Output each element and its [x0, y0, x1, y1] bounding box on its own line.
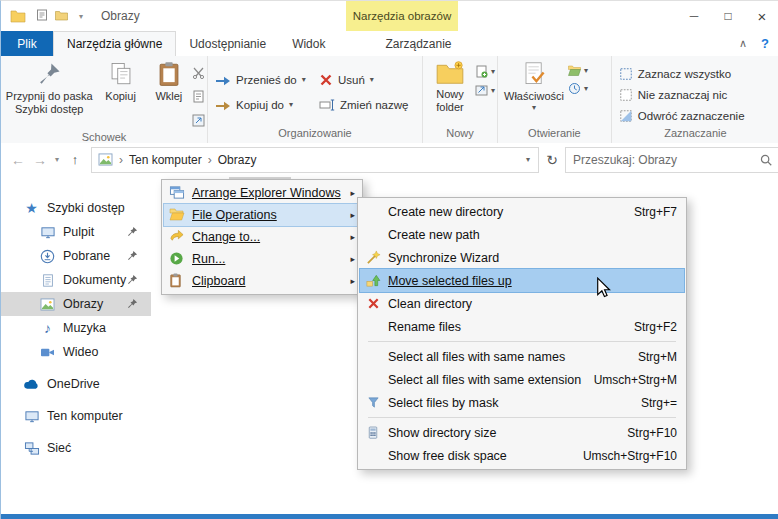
sidebar-item-label: Muzyka	[63, 321, 106, 335]
clipboard-mini-buttons	[192, 59, 205, 131]
submenu-item-create-new-path[interactable]: Create new path	[360, 223, 684, 246]
qat-properties-icon[interactable]	[36, 7, 48, 25]
crumb-obrazy[interactable]: Obrazy	[218, 153, 257, 167]
new-mini-buttons: ▾ ▾	[475, 59, 495, 127]
this-pc-icon	[23, 408, 40, 425]
menu-item-clipboard[interactable]: Clipboard ▸	[164, 270, 360, 292]
qat-customize-dropdown-icon[interactable]: ▾	[75, 12, 87, 21]
group-label-open: Otwieranie	[498, 127, 611, 143]
music-icon: ♪	[39, 320, 56, 337]
easy-access-button[interactable]: ▾	[475, 84, 495, 97]
copy-button[interactable]: Kopiuj	[96, 59, 146, 131]
tab-view[interactable]: Widok	[279, 31, 338, 56]
back-button[interactable]: ←	[7, 152, 29, 168]
new-item-button[interactable]: ▾	[475, 65, 495, 78]
new-folder-button[interactable]: Nowy folder	[425, 59, 475, 127]
menu-separator	[368, 417, 676, 418]
sidebar-item-wideo[interactable]: Wideo	[1, 340, 151, 364]
tab-file[interactable]: Plik	[1, 31, 53, 56]
sidebar-item-ten-komputer[interactable]: Ten komputer	[1, 404, 151, 428]
delete-label: Usuń	[338, 74, 365, 86]
sidebar-item-obrazy[interactable]: Obrazy	[1, 292, 151, 316]
menu-item-file-operations[interactable]: File Operations ▸	[164, 204, 360, 226]
address-dropdown-icon[interactable]: ▾	[526, 155, 530, 164]
tab-row-right-controls: ∧ ?	[739, 31, 769, 56]
submenu-item-label: Show free disk space	[388, 449, 571, 463]
rename-button[interactable]: Zmień nazwę	[314, 92, 420, 117]
close-button[interactable]: ×	[745, 1, 778, 31]
menu-item-run[interactable]: Run... ▸	[164, 248, 360, 270]
submenu-item-move-selected-files-up[interactable]: Move selected files up	[360, 269, 684, 292]
invert-selection-button[interactable]: Odwróć zaznaczenie	[614, 105, 750, 126]
submenu-item-shortcut: Strg+M	[638, 350, 677, 364]
copy-to-icon	[215, 98, 231, 112]
copy-path-icon[interactable]	[192, 89, 205, 107]
qat-new-folder-icon[interactable]	[55, 7, 68, 25]
sidebar-item-pulpit[interactable]: Pulpit	[1, 220, 151, 244]
submenu-item-label: Move selected files up	[388, 274, 665, 288]
clean-directory-x-icon	[363, 296, 383, 312]
crumb-separator-icon: ›	[113, 153, 129, 167]
sidebar-item-label: Dokumenty	[63, 273, 126, 287]
select-all-button[interactable]: Zaznacz wszystko	[614, 63, 750, 84]
forward-button[interactable]: →	[29, 152, 51, 168]
properties-button[interactable]: Właściwości ▾	[500, 59, 568, 127]
open-mini-buttons: ▾ ▾	[568, 59, 588, 127]
sidebar-item-label: Szybki dostęp	[47, 201, 125, 215]
sidebar-item-dokumenty[interactable]: Dokumenty	[1, 268, 151, 292]
submenu-item-create-new-directory[interactable]: Create new directory Strg+F7	[360, 200, 684, 223]
sidebar-item-muzyka[interactable]: ♪ Muzyka	[1, 316, 151, 340]
paste-button[interactable]: Wklej	[146, 59, 192, 131]
submenu-item-select-files-by-mask[interactable]: Select files by mask Strg+=	[360, 391, 684, 414]
new-folder-icon	[436, 61, 464, 85]
onedrive-cloud-icon	[23, 376, 40, 393]
submenu-item-label: Select files by mask	[388, 396, 629, 410]
pin-to-quick-access-button[interactable]: Przypnij do paska Szybki dostęp	[3, 59, 96, 131]
submenu-item-select-all-same-names[interactable]: Select all files with same names Strg+M	[360, 345, 684, 368]
cut-icon[interactable]	[192, 65, 205, 83]
paste-shortcut-icon[interactable]	[192, 113, 205, 131]
sidebar-item-siec[interactable]: Sieć	[1, 436, 151, 460]
submenu-item-show-directory-size[interactable]: Show directory size Strg+F10	[360, 421, 684, 444]
submenu-item-clean-directory[interactable]: Clean directory	[360, 292, 684, 315]
submenu-item-rename-files[interactable]: Rename files Strg+F2	[360, 315, 684, 338]
tab-share[interactable]: Udostępnianie	[176, 31, 279, 56]
breadcrumb[interactable]: › Ten komputer › Obrazy ▾	[91, 147, 539, 173]
paste-icon	[157, 61, 181, 87]
copy-to-button[interactable]: Kopiuj do ▾	[210, 92, 314, 117]
move-to-button[interactable]: Przenieś do ▾	[210, 67, 314, 92]
menu-item-arrange-explorer-windows[interactable]: Arrange Explorer Windows ▸	[164, 182, 360, 204]
submenu-item-synchronize-wizard[interactable]: Synchronize Wizard	[360, 246, 684, 269]
ribbon-collapse-icon[interactable]: ∧	[739, 37, 747, 50]
open-button[interactable]: ▾	[568, 65, 588, 76]
navigation-pane: ★ Szybki dostęp Pulpit Pobrane Dokumenty	[1, 176, 151, 514]
search-icon[interactable]	[754, 153, 778, 167]
tab-home[interactable]: Narzędzia główne	[53, 31, 176, 57]
delete-button[interactable]: Usuń ▾	[314, 67, 420, 92]
submenu-item-label: Select all files with same names	[388, 350, 626, 364]
open-folder-icon	[568, 65, 581, 76]
submenu-item-shortcut: Strg+=	[641, 396, 677, 410]
submenu-item-show-free-disk-space[interactable]: Show free disk space Umsch+Strg+F10	[360, 444, 684, 467]
search-input[interactable]	[566, 153, 754, 167]
maximize-button[interactable]: □	[711, 1, 745, 31]
paste-label: Wklej	[155, 90, 182, 103]
submenu-item-select-all-same-extension[interactable]: Select all files with same extension Ums…	[360, 368, 684, 391]
refresh-icon[interactable]: ↻	[539, 152, 565, 168]
submenu-item-label: Create new directory	[388, 205, 622, 219]
sidebar-item-quick-access[interactable]: ★ Szybki dostęp	[1, 196, 151, 220]
minimize-button[interactable]: ─	[677, 1, 711, 31]
tab-manage[interactable]: Zarządzanie	[372, 31, 464, 56]
pin-icon	[127, 250, 138, 264]
up-button[interactable]: ↑	[63, 152, 87, 167]
select-none-button[interactable]: Nie zaznaczaj nic	[614, 84, 750, 105]
select-by-mask-icon	[363, 395, 383, 411]
address-bar-row: ← → ▾ ↑ › Ten komputer › Obrazy ▾ ↻	[1, 143, 778, 176]
crumb-ten-komputer[interactable]: Ten komputer	[129, 153, 202, 167]
recent-locations-icon[interactable]: ▾	[51, 155, 63, 164]
history-button[interactable]: ▾	[568, 82, 588, 95]
sidebar-item-onedrive[interactable]: OneDrive	[1, 372, 151, 396]
menu-item-change-to[interactable]: Change to... ▸	[164, 226, 360, 248]
sidebar-item-pobrane[interactable]: Pobrane	[1, 244, 151, 268]
help-icon[interactable]: ?	[761, 36, 769, 51]
